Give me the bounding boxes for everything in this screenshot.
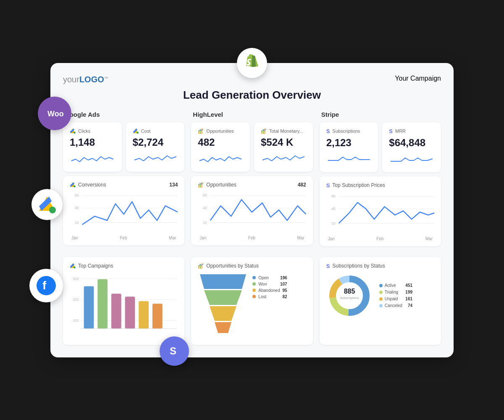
svg-text:40: 40 [203, 206, 207, 210]
cost-label: Cost [141, 129, 151, 134]
dashboard: yourLOGO™ Your Campaign Lead Generation … [50, 63, 454, 357]
svg-point-47 [74, 266, 76, 268]
opps-line-chart: 80 40 10 [198, 191, 306, 233]
monetary-label: Total Monetary... [269, 129, 303, 134]
top-campaigns-card: Top Campaigns 300 200 100 [63, 257, 184, 345]
subscriptions-metric: S Subscriptions 2,123 [320, 122, 378, 172]
conv-mar: Mar [169, 236, 176, 240]
svg-text:10: 10 [331, 221, 336, 225]
subs-by-status-card: S Subscriptions by Status [320, 257, 441, 345]
svg-text:80: 80 [203, 193, 207, 197]
svg-text:40: 40 [331, 207, 336, 211]
opps-metric: Opportunities 482 [191, 122, 250, 172]
clicks-sparkline [70, 152, 115, 165]
hl-opps-chart-icon [198, 182, 204, 188]
funnel-abandoned: Abandoned 95 [252, 288, 287, 293]
legend-unpaid: Unpaid 161 [379, 297, 412, 301]
ga-clicks-icon [70, 128, 76, 134]
svg-point-11 [74, 131, 76, 134]
svg-point-14 [136, 131, 139, 134]
hl-opps-icon [198, 128, 204, 134]
highlevel-label: HighLevel [191, 111, 312, 118]
svg-text:100: 100 [73, 318, 79, 322]
campaign-label: Your Campaign [395, 75, 441, 82]
svg-text:80: 80 [75, 193, 79, 197]
stripe-feb: Feb [376, 236, 383, 241]
google-ads-section: Google Ads Clicks 1,148 [63, 111, 184, 250]
svg-rect-32 [202, 182, 202, 187]
stripe-label: Stripe [320, 111, 441, 118]
svg-text:10: 10 [75, 220, 79, 224]
clicks-value: 1,148 [70, 136, 115, 148]
google-ads-label: Google Ads [63, 111, 184, 118]
opps-label: Opportunities [206, 129, 234, 134]
opps-chart: Opportunities 482 80 40 10 Jan [191, 176, 312, 245]
monetary-value: $524 K [261, 136, 306, 148]
logo: yourLOGO™ [63, 75, 108, 84]
cost-sparkline [133, 152, 178, 165]
donut-area: 885 Subscriptions Active 451 Trialing [326, 273, 434, 319]
svg-text:300: 300 [73, 276, 79, 281]
legend-trialing: Trialing 199 [379, 290, 412, 294]
subs-label: Subscriptions [332, 129, 360, 134]
highlevel-section: HighLevel Opportunities 482 [191, 111, 312, 250]
stripe-mrr-icon: S [389, 128, 393, 134]
mrr-label: MRR [395, 129, 406, 134]
cost-metric: Cost $2,724 [126, 122, 185, 172]
monetary-metric: Total Monetary... $524 K [254, 122, 313, 172]
stripe-section: Stripe S Subscriptions 2,123 [320, 111, 441, 250]
donut-svg: 885 Subscriptions [326, 273, 373, 319]
opps-chart-title: Opportunities [206, 182, 236, 188]
sub-prices-chart: S Top Subscription Prices 80 40 10 [320, 176, 441, 246]
stripe-subs-icon: S [326, 128, 330, 134]
svg-rect-59 [152, 304, 163, 328]
stripe-donut-icon: S [326, 263, 330, 269]
opps-value: 482 [198, 136, 243, 148]
opps-feb: Feb [248, 236, 255, 240]
hl-funnel-icon [198, 263, 204, 269]
svg-point-4 [49, 207, 56, 213]
opps-mar: Mar [297, 236, 304, 240]
svg-rect-57 [125, 297, 135, 328]
subs-value: 2,123 [326, 137, 372, 149]
conv-feb: Feb [120, 236, 127, 240]
shopify-icon [237, 48, 267, 78]
ga-cost-icon [133, 128, 139, 134]
svg-text:Subscriptions: Subscriptions [340, 296, 359, 300]
clicks-label: Clicks [78, 129, 90, 134]
svg-rect-54 [84, 286, 94, 328]
google-ads-metrics: Clicks 1,148 [63, 122, 184, 172]
sub-prices-title: Top Subscription Prices [332, 182, 385, 188]
facebook-float-icon: f [29, 269, 63, 302]
funnel-won: Won 107 [252, 282, 287, 286]
sections-row: Google Ads Clicks 1,148 [63, 111, 441, 250]
woo-icon: Woo [38, 97, 71, 130]
svg-marker-64 [200, 274, 246, 289]
legend-active: Active 451 [379, 283, 412, 288]
svg-rect-58 [139, 301, 149, 328]
svg-rect-26 [202, 128, 202, 134]
opps-sparkline [198, 152, 243, 165]
conv-jan: Jan [71, 236, 78, 240]
svg-marker-66 [210, 306, 236, 321]
funnel-svg [198, 272, 248, 333]
ga-conv-icon [70, 182, 76, 188]
svg-marker-65 [204, 290, 242, 305]
opps-by-status-card: Opportunities by Status [191, 257, 312, 345]
svg-text:885: 885 [344, 288, 355, 295]
highlevel-metrics: Opportunities 482 [191, 122, 312, 172]
conv-title: Conversions [78, 182, 106, 188]
conv-line-chart: 80 40 10 [70, 191, 178, 233]
svg-rect-55 [97, 279, 108, 328]
bottom-sections: Top Campaigns 300 200 100 [63, 257, 441, 345]
svg-text:40: 40 [75, 206, 79, 210]
opps-chart-value: 482 [298, 182, 306, 188]
stripe-float-icon: S [160, 336, 189, 366]
stripe-chart-icon: S [326, 182, 330, 189]
page-title: Lead Generation Overview [63, 89, 441, 102]
svg-text:200: 200 [73, 297, 79, 302]
mrr-sparkline [389, 152, 434, 165]
svg-text:Woo: Woo [47, 110, 64, 118]
hl-monetary-icon [261, 128, 267, 134]
sub-prices-line-chart: 80 40 10 [326, 192, 434, 234]
